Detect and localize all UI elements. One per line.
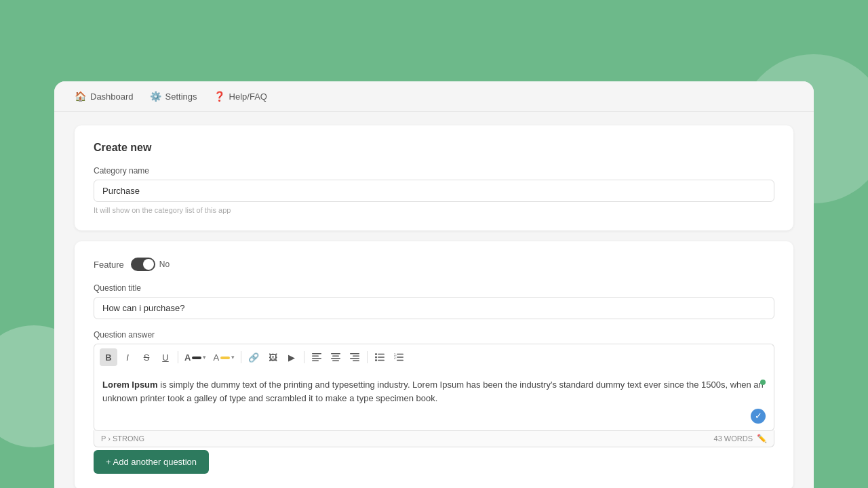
svg-rect-11 (353, 361, 359, 362)
svg-rect-15 (378, 357, 384, 358)
svg-rect-17 (378, 360, 384, 361)
category-name-input[interactable] (94, 180, 774, 202)
toolbar-underline[interactable]: U (157, 348, 174, 366)
feature-row: Feature No (94, 258, 774, 271)
toolbar-strikethrough[interactable]: S (138, 348, 155, 366)
create-new-card: Create new Category name It will show on… (75, 125, 793, 230)
toolbar-align-left[interactable] (308, 348, 326, 366)
nav-dashboard[interactable]: 🏠 Dashboard (75, 91, 134, 102)
highlight-icon: A (213, 352, 219, 363)
nav-settings[interactable]: ⚙️ Settings (150, 91, 197, 102)
svg-point-16 (375, 359, 377, 361)
toolbar-image[interactable]: 🖼 (264, 348, 281, 366)
word-count-text: 43 WORDS (714, 434, 753, 443)
nav-help[interactable]: ❓ Help/FAQ (214, 91, 267, 102)
toolbar-align-right[interactable] (346, 348, 363, 366)
nav-dashboard-label: Dashboard (90, 92, 134, 102)
toolbar-divider-4 (367, 351, 368, 363)
nav-help-label: Help/FAQ (229, 92, 267, 102)
add-question-button[interactable]: + Add another question (94, 450, 209, 474)
font-color-swatch (192, 357, 201, 359)
svg-rect-3 (312, 361, 319, 362)
svg-rect-13 (378, 354, 384, 355)
svg-rect-2 (312, 358, 321, 359)
svg-rect-7 (332, 361, 339, 362)
editor-status-bar: P › STRONG 43 WORDS ✏️ (94, 430, 774, 447)
add-question-label: + Add another question (106, 457, 197, 467)
toolbar-bold[interactable]: B (100, 348, 117, 366)
nav-settings-label: Settings (165, 92, 197, 102)
font-color-chevron: ▾ (203, 354, 206, 361)
editor-toolbar: B I S U A ▾ A ▾ 🔗 🖼 ▶ (94, 344, 774, 370)
word-count-container: 43 WORDS ✏️ (714, 434, 767, 443)
question-card: Feature No Question title Question answe… (75, 241, 793, 488)
category-hint: It will show on the category list of thi… (94, 206, 774, 214)
editor-content-area[interactable]: Lorem Ipsum is simply the dummy text of … (94, 370, 774, 431)
toggle-text: No (159, 260, 170, 269)
toolbar-highlight-color[interactable]: A ▾ (210, 348, 237, 366)
svg-rect-8 (350, 353, 359, 354)
svg-text:2.: 2. (394, 357, 397, 360)
content-area: Create new Category name It will show on… (54, 112, 814, 488)
editor-path: P › STRONG (101, 434, 144, 443)
toolbar-italic[interactable]: I (119, 348, 136, 366)
question-answer-label: Question answer (94, 330, 774, 340)
toolbar-bullet-list[interactable] (371, 348, 389, 366)
svg-rect-20 (397, 360, 403, 361)
toolbar-link[interactable]: 🔗 (245, 348, 262, 366)
toolbar-video[interactable]: ▶ (283, 348, 300, 366)
help-icon: ❓ (214, 91, 225, 102)
svg-rect-1 (312, 356, 319, 357)
svg-point-14 (375, 357, 377, 359)
svg-point-12 (375, 353, 377, 355)
toggle-knob (143, 259, 154, 270)
category-name-label: Category name (94, 166, 774, 176)
toolbar-divider-2 (241, 351, 241, 363)
feature-label: Feature (94, 260, 124, 270)
toolbar-divider-3 (304, 351, 304, 363)
edit-icon[interactable]: ✏️ (757, 434, 767, 443)
toolbar-align-center[interactable] (327, 348, 344, 366)
nav-bar: 🏠 Dashboard ⚙️ Settings ❓ Help/FAQ (54, 81, 814, 112)
home-icon: 🏠 (75, 91, 86, 102)
feature-toggle[interactable] (131, 258, 155, 271)
svg-rect-19 (397, 357, 403, 358)
question-title-input[interactable] (94, 297, 774, 319)
page-title: Create new (94, 142, 774, 154)
main-card: 🏠 Dashboard ⚙️ Settings ❓ Help/FAQ Creat… (54, 81, 814, 488)
svg-rect-9 (353, 356, 359, 357)
editor-status-dot (760, 380, 766, 385)
editor-bold-text: Lorem Ipsum (102, 380, 158, 390)
highlight-color-swatch (220, 357, 230, 359)
svg-rect-6 (331, 358, 340, 359)
highlight-chevron: ▾ (231, 354, 235, 361)
font-color-icon: A (184, 352, 191, 363)
toolbar-numbered-list[interactable]: 1.2. (390, 348, 408, 366)
toggle-container: No (131, 258, 170, 271)
svg-rect-4 (331, 353, 340, 354)
editor-text: Lorem Ipsum is simply the dummy text of … (102, 378, 766, 405)
svg-rect-0 (312, 353, 321, 354)
svg-rect-5 (332, 356, 339, 357)
settings-icon: ⚙️ (150, 91, 161, 102)
question-title-label: Question title (94, 283, 774, 293)
svg-rect-10 (350, 358, 359, 359)
toolbar-divider-1 (178, 351, 178, 363)
editor-confirm-button[interactable]: ✓ (751, 409, 766, 424)
svg-rect-18 (397, 354, 403, 355)
toolbar-font-color[interactable]: A ▾ (182, 348, 209, 366)
editor-normal-text: is simply the dummy text of the printing… (102, 380, 764, 403)
